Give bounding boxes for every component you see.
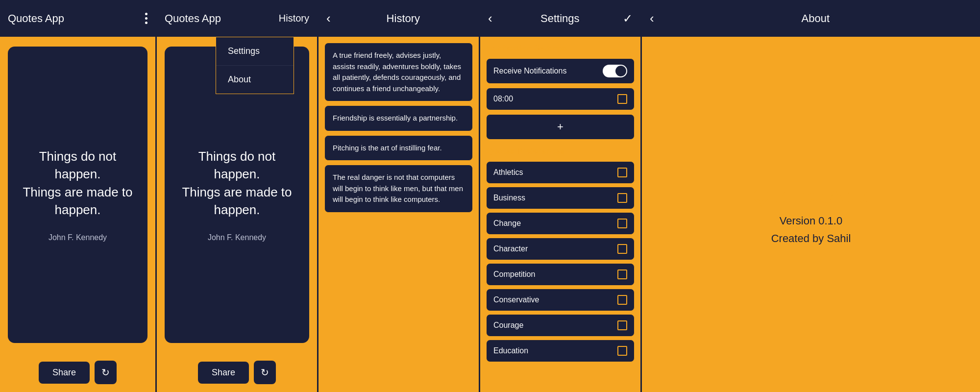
about-app-name: Quotes App (753, 184, 869, 208)
notifications-toggle[interactable] (603, 65, 627, 77)
pref-courage-label: Courage (493, 321, 523, 330)
about-content: Quotes App Version 0.1.0 Created by Sahi… (642, 37, 980, 392)
panel-dropdown: Quotes App History Settings About Things… (157, 0, 318, 392)
pref-character: Character (486, 238, 635, 260)
settings-back-button[interactable]: ‹ (488, 11, 492, 26)
receive-notifications-row: Receive Notifications (486, 58, 635, 84)
share-button[interactable]: Share (39, 362, 90, 384)
share-button-2[interactable]: Share (198, 362, 249, 384)
refresh-icon: ↻ (101, 367, 110, 378)
pref-competition-label: Competition (493, 270, 535, 279)
pref-competition: Competition (486, 263, 635, 286)
pref-education-label: Education (493, 346, 528, 355)
add-icon: + (557, 121, 564, 133)
dropdown-menu: Settings About (216, 37, 294, 94)
action-bar: Share ↻ (0, 353, 155, 392)
quote-author-2: John F. Kennedy (208, 233, 266, 242)
history-item-3: Pitching is the art of instilling fear. (324, 135, 473, 161)
panel-main: Quotes App Things do not happen. Things … (0, 0, 157, 392)
history-item-1: A true friend freely, advises justly, as… (324, 43, 473, 101)
settings-title: Settings (497, 12, 623, 25)
about-version: Version 0.1.0 (780, 215, 842, 227)
quote-card: Things do not happen. Things are made to… (8, 47, 147, 343)
quotes-preferences-section: Quotes Preferences Athletics Business Ch… (486, 147, 635, 362)
panel-history: ‹ History A true friend freely, advises … (318, 0, 480, 392)
history-list: A true friend freely, advises justly, as… (318, 37, 479, 219)
time-checkbox[interactable] (617, 94, 627, 104)
conservative-checkbox[interactable] (617, 295, 627, 305)
toggle-knob (615, 66, 626, 76)
navbar-dropdown-title: Quotes App (165, 12, 274, 25)
pref-education: Education (486, 340, 635, 362)
navbar-history: ‹ History (318, 0, 479, 37)
courage-checkbox[interactable] (617, 320, 627, 330)
receive-notifications-label: Receive Notifications (493, 67, 566, 75)
about-back-button[interactable]: ‹ (650, 11, 654, 26)
navbar-settings: ‹ Settings ✓ (480, 0, 640, 37)
history-title: History (336, 12, 471, 25)
navbar-about: ‹ About (642, 0, 980, 37)
dropdown-about[interactable]: About (216, 66, 294, 94)
navbar-main: Quotes App (0, 0, 155, 37)
settings-content: Notification Settings Receive Notificati… (480, 37, 640, 392)
action-bar-2: Share ↻ (157, 353, 317, 392)
pref-conservative-label: Conservative (493, 295, 539, 304)
history-item-4: The real danger is not that computers wi… (324, 165, 473, 213)
pref-courage: Courage (486, 314, 635, 337)
pref-conservative: Conservative (486, 289, 635, 311)
refresh-button[interactable]: ↻ (95, 361, 117, 384)
quote-author: John F. Kennedy (49, 233, 107, 242)
quote-text-2: Things do not happen. Things are made to… (176, 147, 297, 219)
pref-athletics-label: Athletics (493, 168, 523, 177)
change-checkbox[interactable] (617, 219, 627, 228)
history-back-button[interactable]: ‹ (326, 11, 331, 26)
notification-section-title: Notification Settings (486, 44, 635, 53)
panel-settings: ‹ Settings ✓ Notification Settings Recei… (480, 0, 642, 392)
navbar-dropdown: Quotes App History (157, 0, 317, 37)
pref-change: Change (486, 212, 635, 235)
competition-checkbox[interactable] (617, 270, 627, 279)
quote-text: Things do not happen. Things are made to… (20, 147, 136, 219)
pref-business-label: Business (493, 194, 525, 202)
time-row: 08:00 (486, 88, 635, 110)
about-creator: Created by Sahil (771, 232, 851, 245)
panel-about: ‹ About Quotes App Version 0.1.0 Created… (642, 0, 980, 392)
education-checkbox[interactable] (617, 346, 627, 356)
navbar-main-title: Quotes App (8, 12, 145, 25)
menu-icon[interactable] (145, 13, 147, 24)
refresh-icon-2: ↻ (261, 367, 269, 378)
pref-change-label: Change (493, 219, 521, 228)
history-tab-label[interactable]: History (279, 13, 309, 24)
history-item-2: Friendship is essentially a partnership. (324, 105, 473, 131)
pref-character-label: Character (493, 245, 528, 253)
time-label: 08:00 (493, 95, 513, 103)
quotes-prefs-title: Quotes Preferences (486, 147, 635, 156)
character-checkbox[interactable] (617, 244, 627, 254)
business-checkbox[interactable] (617, 193, 627, 203)
about-title: About (659, 12, 972, 25)
athletics-checkbox[interactable] (617, 168, 627, 177)
pref-athletics: Athletics (486, 161, 635, 184)
settings-check-button[interactable]: ✓ (623, 12, 633, 25)
refresh-button-2[interactable]: ↻ (254, 361, 276, 384)
dropdown-settings[interactable]: Settings (216, 37, 294, 66)
pref-business: Business (486, 187, 635, 209)
add-time-row[interactable]: + (486, 114, 635, 140)
